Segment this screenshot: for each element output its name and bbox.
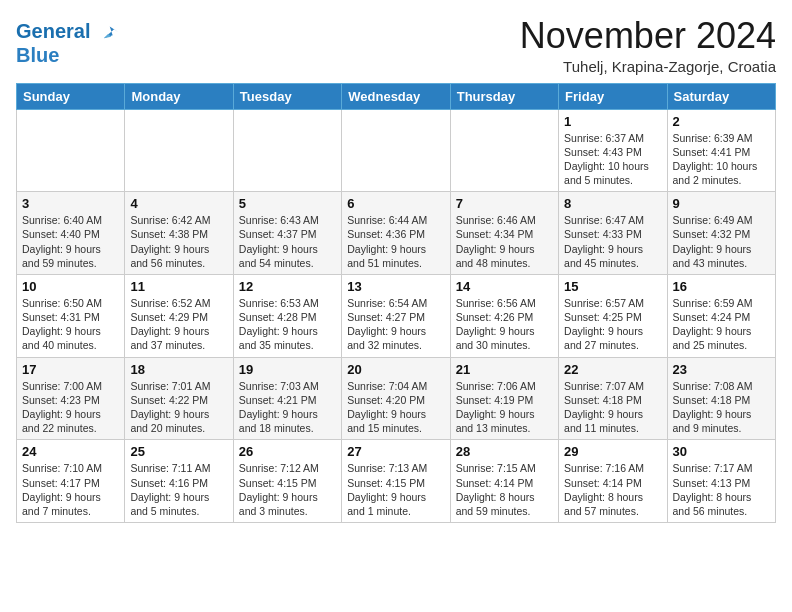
day-info: Sunrise: 6:59 AM Sunset: 4:24 PM Dayligh…	[673, 296, 770, 353]
weekday-header-thursday: Thursday	[450, 83, 558, 109]
day-info: Sunrise: 7:15 AM Sunset: 4:14 PM Dayligh…	[456, 461, 553, 518]
location: Tuhelj, Krapina-Zagorje, Croatia	[520, 58, 776, 75]
day-number: 12	[239, 279, 336, 294]
calendar-cell: 25Sunrise: 7:11 AM Sunset: 4:16 PM Dayli…	[125, 440, 233, 523]
day-info: Sunrise: 6:47 AM Sunset: 4:33 PM Dayligh…	[564, 213, 661, 270]
day-number: 23	[673, 362, 770, 377]
day-info: Sunrise: 7:17 AM Sunset: 4:13 PM Dayligh…	[673, 461, 770, 518]
calendar-week-3: 17Sunrise: 7:00 AM Sunset: 4:23 PM Dayli…	[17, 357, 776, 440]
day-info: Sunrise: 6:46 AM Sunset: 4:34 PM Dayligh…	[456, 213, 553, 270]
calendar-cell: 18Sunrise: 7:01 AM Sunset: 4:22 PM Dayli…	[125, 357, 233, 440]
day-info: Sunrise: 7:10 AM Sunset: 4:17 PM Dayligh…	[22, 461, 119, 518]
calendar-cell: 19Sunrise: 7:03 AM Sunset: 4:21 PM Dayli…	[233, 357, 341, 440]
day-number: 1	[564, 114, 661, 129]
day-info: Sunrise: 7:12 AM Sunset: 4:15 PM Dayligh…	[239, 461, 336, 518]
day-info: Sunrise: 6:44 AM Sunset: 4:36 PM Dayligh…	[347, 213, 444, 270]
logo-text: General Blue	[16, 20, 120, 66]
calendar-cell: 28Sunrise: 7:15 AM Sunset: 4:14 PM Dayli…	[450, 440, 558, 523]
day-number: 29	[564, 444, 661, 459]
calendar-week-1: 3Sunrise: 6:40 AM Sunset: 4:40 PM Daylig…	[17, 192, 776, 275]
day-info: Sunrise: 7:03 AM Sunset: 4:21 PM Dayligh…	[239, 379, 336, 436]
logo-general: General	[16, 20, 90, 42]
day-info: Sunrise: 7:08 AM Sunset: 4:18 PM Dayligh…	[673, 379, 770, 436]
day-info: Sunrise: 7:11 AM Sunset: 4:16 PM Dayligh…	[130, 461, 227, 518]
calendar-cell: 14Sunrise: 6:56 AM Sunset: 4:26 PM Dayli…	[450, 274, 558, 357]
day-number: 3	[22, 196, 119, 211]
day-info: Sunrise: 7:01 AM Sunset: 4:22 PM Dayligh…	[130, 379, 227, 436]
calendar-cell: 13Sunrise: 6:54 AM Sunset: 4:27 PM Dayli…	[342, 274, 450, 357]
calendar-cell: 7Sunrise: 6:46 AM Sunset: 4:34 PM Daylig…	[450, 192, 558, 275]
day-info: Sunrise: 6:50 AM Sunset: 4:31 PM Dayligh…	[22, 296, 119, 353]
calendar-cell: 29Sunrise: 7:16 AM Sunset: 4:14 PM Dayli…	[559, 440, 667, 523]
calendar-cell: 27Sunrise: 7:13 AM Sunset: 4:15 PM Dayli…	[342, 440, 450, 523]
day-info: Sunrise: 6:54 AM Sunset: 4:27 PM Dayligh…	[347, 296, 444, 353]
logo: General Blue	[16, 20, 120, 66]
calendar-cell	[125, 109, 233, 192]
day-number: 7	[456, 196, 553, 211]
calendar-cell: 20Sunrise: 7:04 AM Sunset: 4:20 PM Dayli…	[342, 357, 450, 440]
day-number: 11	[130, 279, 227, 294]
day-info: Sunrise: 7:04 AM Sunset: 4:20 PM Dayligh…	[347, 379, 444, 436]
day-info: Sunrise: 7:16 AM Sunset: 4:14 PM Dayligh…	[564, 461, 661, 518]
day-number: 16	[673, 279, 770, 294]
calendar-week-2: 10Sunrise: 6:50 AM Sunset: 4:31 PM Dayli…	[17, 274, 776, 357]
day-number: 8	[564, 196, 661, 211]
weekday-header-wednesday: Wednesday	[342, 83, 450, 109]
day-number: 18	[130, 362, 227, 377]
calendar-cell: 2Sunrise: 6:39 AM Sunset: 4:41 PM Daylig…	[667, 109, 775, 192]
day-number: 30	[673, 444, 770, 459]
logo-blue: Blue	[16, 44, 120, 66]
day-number: 27	[347, 444, 444, 459]
day-info: Sunrise: 7:13 AM Sunset: 4:15 PM Dayligh…	[347, 461, 444, 518]
weekday-header-tuesday: Tuesday	[233, 83, 341, 109]
calendar-cell: 11Sunrise: 6:52 AM Sunset: 4:29 PM Dayli…	[125, 274, 233, 357]
day-number: 28	[456, 444, 553, 459]
calendar-cell: 15Sunrise: 6:57 AM Sunset: 4:25 PM Dayli…	[559, 274, 667, 357]
calendar-cell	[450, 109, 558, 192]
calendar-cell: 16Sunrise: 6:59 AM Sunset: 4:24 PM Dayli…	[667, 274, 775, 357]
day-info: Sunrise: 6:37 AM Sunset: 4:43 PM Dayligh…	[564, 131, 661, 188]
day-number: 4	[130, 196, 227, 211]
day-number: 6	[347, 196, 444, 211]
calendar-cell: 22Sunrise: 7:07 AM Sunset: 4:18 PM Dayli…	[559, 357, 667, 440]
logo-bird-icon	[98, 22, 120, 44]
day-number: 5	[239, 196, 336, 211]
month-title: November 2024	[520, 16, 776, 56]
weekday-header-saturday: Saturday	[667, 83, 775, 109]
day-number: 19	[239, 362, 336, 377]
day-number: 21	[456, 362, 553, 377]
header: General Blue November 2024 Tuhelj, Krapi…	[16, 16, 776, 75]
day-info: Sunrise: 6:43 AM Sunset: 4:37 PM Dayligh…	[239, 213, 336, 270]
day-number: 14	[456, 279, 553, 294]
day-number: 22	[564, 362, 661, 377]
calendar-week-0: 1Sunrise: 6:37 AM Sunset: 4:43 PM Daylig…	[17, 109, 776, 192]
day-number: 9	[673, 196, 770, 211]
day-info: Sunrise: 7:00 AM Sunset: 4:23 PM Dayligh…	[22, 379, 119, 436]
calendar-cell: 26Sunrise: 7:12 AM Sunset: 4:15 PM Dayli…	[233, 440, 341, 523]
title-block: November 2024 Tuhelj, Krapina-Zagorje, C…	[520, 16, 776, 75]
day-info: Sunrise: 7:07 AM Sunset: 4:18 PM Dayligh…	[564, 379, 661, 436]
calendar-cell: 23Sunrise: 7:08 AM Sunset: 4:18 PM Dayli…	[667, 357, 775, 440]
day-info: Sunrise: 7:06 AM Sunset: 4:19 PM Dayligh…	[456, 379, 553, 436]
day-info: Sunrise: 6:53 AM Sunset: 4:28 PM Dayligh…	[239, 296, 336, 353]
calendar-cell: 8Sunrise: 6:47 AM Sunset: 4:33 PM Daylig…	[559, 192, 667, 275]
day-info: Sunrise: 6:40 AM Sunset: 4:40 PM Dayligh…	[22, 213, 119, 270]
day-info: Sunrise: 6:56 AM Sunset: 4:26 PM Dayligh…	[456, 296, 553, 353]
page: General Blue November 2024 Tuhelj, Krapi…	[0, 0, 792, 531]
calendar-cell: 21Sunrise: 7:06 AM Sunset: 4:19 PM Dayli…	[450, 357, 558, 440]
day-info: Sunrise: 6:42 AM Sunset: 4:38 PM Dayligh…	[130, 213, 227, 270]
day-info: Sunrise: 6:49 AM Sunset: 4:32 PM Dayligh…	[673, 213, 770, 270]
calendar-cell: 9Sunrise: 6:49 AM Sunset: 4:32 PM Daylig…	[667, 192, 775, 275]
day-number: 20	[347, 362, 444, 377]
calendar-cell: 17Sunrise: 7:00 AM Sunset: 4:23 PM Dayli…	[17, 357, 125, 440]
calendar-cell: 5Sunrise: 6:43 AM Sunset: 4:37 PM Daylig…	[233, 192, 341, 275]
weekday-header-monday: Monday	[125, 83, 233, 109]
day-number: 17	[22, 362, 119, 377]
day-number: 25	[130, 444, 227, 459]
day-info: Sunrise: 6:57 AM Sunset: 4:25 PM Dayligh…	[564, 296, 661, 353]
calendar-cell	[17, 109, 125, 192]
day-number: 2	[673, 114, 770, 129]
calendar-cell	[342, 109, 450, 192]
weekday-header-friday: Friday	[559, 83, 667, 109]
day-info: Sunrise: 6:39 AM Sunset: 4:41 PM Dayligh…	[673, 131, 770, 188]
